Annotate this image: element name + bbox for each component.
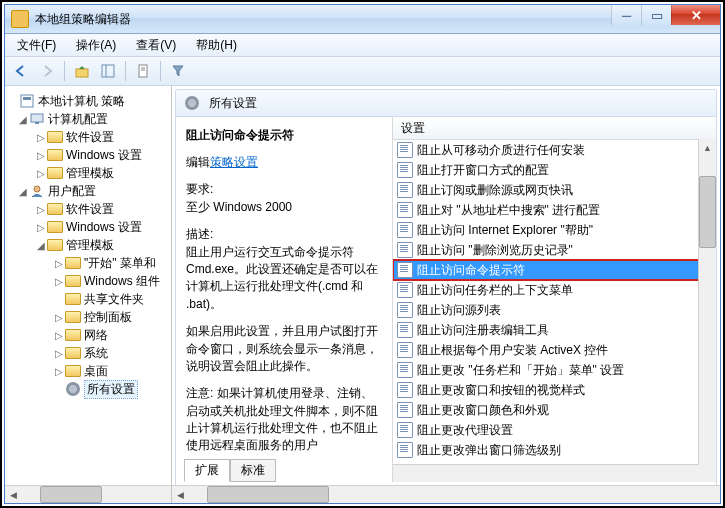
- tree-label: 桌面: [84, 363, 108, 380]
- tree-item[interactable]: ◢管理模板: [7, 236, 169, 254]
- list-item[interactable]: 阻止更改窗口颜色和外观: [393, 400, 699, 420]
- desc-text-1: 阻止用户运行交互式命令提示符 Cmd.exe。此设置还确定是否可以在计算机上运行…: [186, 245, 378, 311]
- list-item-label: 阻止更改代理设置: [417, 422, 513, 439]
- list-item[interactable]: 阻止访问任务栏的上下文菜单: [393, 280, 699, 300]
- list-v-scrollbar[interactable]: ▲: [698, 139, 716, 482]
- list-item-label: 阻止更改 "任务栏和「开始」菜单" 设置: [417, 362, 624, 379]
- tree-item[interactable]: ▷控制面板: [7, 308, 169, 326]
- tree-computer-config[interactable]: ◢计算机配置: [7, 110, 169, 128]
- gear-icon: [185, 96, 199, 110]
- svg-rect-1: [102, 65, 114, 77]
- tree-item[interactable]: ▷Windows 设置: [7, 146, 169, 164]
- list-item-label: 阻止访问 Internet Explorer "帮助": [417, 222, 593, 239]
- tree-item[interactable]: ▷管理模板: [7, 164, 169, 182]
- policy-icon: [397, 402, 413, 418]
- edit-label: 编辑: [186, 155, 210, 169]
- svg-rect-3: [139, 65, 147, 77]
- up-button[interactable]: [70, 59, 94, 83]
- tree-all-settings[interactable]: 所有设置: [7, 380, 169, 398]
- back-button[interactable]: [9, 59, 33, 83]
- column-header[interactable]: 设置: [393, 117, 716, 140]
- settings-list: 设置 阻止从可移动介质进行任何安装阻止打开窗口方式的配置阻止订阅或删除源或网页快…: [392, 117, 716, 482]
- list-item[interactable]: 阻止更改 "任务栏和「开始」菜单" 设置: [393, 360, 699, 380]
- nav-tree[interactable]: 本地计算机 策略 ◢计算机配置 ▷软件设置 ▷Windows 设置 ▷管理模板 …: [5, 86, 172, 503]
- list-item[interactable]: 阻止访问注册表编辑工具: [393, 320, 699, 340]
- filter-button[interactable]: [166, 59, 190, 83]
- right-h-scrollbar[interactable]: ◀: [172, 485, 720, 503]
- list-item-label: 阻止从可移动介质进行任何安装: [417, 142, 585, 159]
- list-item-label: 阻止访问源列表: [417, 302, 501, 319]
- list-item[interactable]: 阻止从可移动介质进行任何安装: [393, 140, 699, 160]
- tree-user-config[interactable]: ◢用户配置: [7, 182, 169, 200]
- content-header: 所有设置: [175, 89, 717, 117]
- req-label: 要求:: [186, 182, 213, 196]
- req-text: 至少 Windows 2000: [186, 200, 292, 214]
- menu-action[interactable]: 操作(A): [68, 35, 124, 56]
- tab-extended[interactable]: 扩展: [184, 459, 230, 482]
- tree-item[interactable]: ▷Windows 组件: [7, 272, 169, 290]
- menu-help[interactable]: 帮助(H): [188, 35, 245, 56]
- edit-policy-link[interactable]: 策略设置: [210, 155, 258, 169]
- tree-label: 所有设置: [84, 380, 138, 399]
- view-tabs: 扩展 标准: [184, 458, 276, 481]
- tree-h-scrollbar[interactable]: ◀: [5, 485, 171, 503]
- list-item[interactable]: 阻止更改窗口和按钮的视觉样式: [393, 380, 699, 400]
- tree-label: Windows 设置: [66, 147, 142, 164]
- minimize-button[interactable]: ─: [611, 5, 641, 25]
- menu-view[interactable]: 查看(V): [128, 35, 184, 56]
- list-item[interactable]: 阻止对 "从地址栏中搜索" 进行配置: [393, 200, 699, 220]
- list-item-label: 阻止更改窗口和按钮的视觉样式: [417, 382, 585, 399]
- tab-standard[interactable]: 标准: [230, 459, 276, 482]
- list-item[interactable]: 阻止访问 Internet Explorer "帮助": [393, 220, 699, 240]
- policy-title: 阻止访问命令提示符: [186, 127, 382, 144]
- close-button[interactable]: ✕: [671, 5, 720, 25]
- desc-text-3: 注意: 如果计算机使用登录、注销、启动或关机批处理文件脚本，则不阻止计算机运行批…: [186, 385, 382, 455]
- tree-label: 软件设置: [66, 129, 114, 146]
- policy-icon: [397, 342, 413, 358]
- policy-icon: [397, 202, 413, 218]
- window-title: 本地组策略编辑器: [35, 11, 131, 28]
- list-item[interactable]: 阻止更改弹出窗口筛选级别: [393, 440, 699, 460]
- policy-icon: [397, 422, 413, 438]
- list-item-label: 阻止访问命令提示符: [417, 262, 525, 279]
- toolbar: [5, 57, 720, 86]
- tree-item[interactable]: ▷桌面: [7, 362, 169, 380]
- list-item[interactable]: 阻止访问命令提示符: [393, 260, 699, 280]
- properties-button[interactable]: [131, 59, 155, 83]
- tree-item[interactable]: 共享文件夹: [7, 290, 169, 308]
- list-item-label: 阻止订阅或删除源或网页快讯: [417, 182, 573, 199]
- app-icon: [11, 10, 29, 28]
- list-item[interactable]: 阻止访问 "删除浏览历史记录": [393, 240, 699, 260]
- policy-icon: [397, 222, 413, 238]
- list-item-label: 阻止访问注册表编辑工具: [417, 322, 549, 339]
- svg-rect-8: [31, 114, 43, 122]
- list-item[interactable]: 阻止访问源列表: [393, 300, 699, 320]
- tree-item[interactable]: ▷软件设置: [7, 200, 169, 218]
- tree-label: 管理模板: [66, 237, 114, 254]
- tree-label: 系统: [84, 345, 108, 362]
- svg-rect-6: [21, 95, 33, 107]
- list-item[interactable]: 阻止订阅或删除源或网页快讯: [393, 180, 699, 200]
- menu-file[interactable]: 文件(F): [9, 35, 64, 56]
- content-title: 所有设置: [209, 95, 257, 112]
- tree-label: Windows 设置: [66, 219, 142, 236]
- list-item-label: 阻止访问任务栏的上下文菜单: [417, 282, 573, 299]
- maximize-button[interactable]: ▭: [641, 5, 671, 25]
- tree-item[interactable]: ▷软件设置: [7, 128, 169, 146]
- list-item[interactable]: 阻止打开窗口方式的配置: [393, 160, 699, 180]
- tree-label: 用户配置: [48, 183, 96, 200]
- tree-item[interactable]: ▷"开始" 菜单和: [7, 254, 169, 272]
- tree-item[interactable]: ▷网络: [7, 326, 169, 344]
- tree-item[interactable]: ▷Windows 设置: [7, 218, 169, 236]
- tree-label: 本地计算机 策略: [38, 93, 125, 110]
- list-item-label: 阻止更改窗口颜色和外观: [417, 402, 549, 419]
- tree-label: 控制面板: [84, 309, 132, 326]
- list-item[interactable]: 阻止更改代理设置: [393, 420, 699, 440]
- tree-root[interactable]: 本地计算机 策略: [7, 92, 169, 110]
- tree-item[interactable]: ▷系统: [7, 344, 169, 362]
- list-item[interactable]: 阻止根据每个用户安装 ActiveX 控件: [393, 340, 699, 360]
- tree-label: 管理模板: [66, 165, 114, 182]
- list-h-scrollbar[interactable]: [393, 464, 699, 482]
- show-hide-tree-button[interactable]: [96, 59, 120, 83]
- forward-button[interactable]: [35, 59, 59, 83]
